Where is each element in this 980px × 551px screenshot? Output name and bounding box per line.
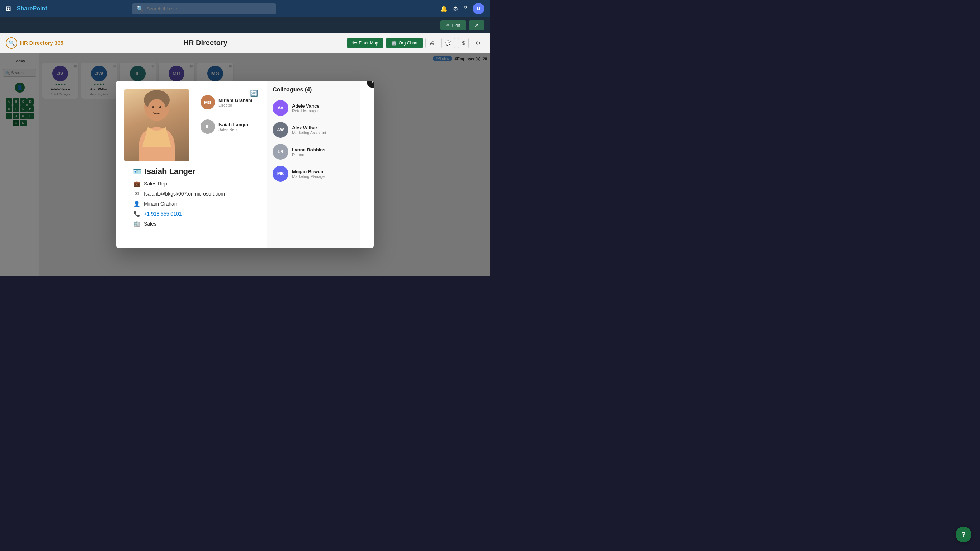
org-connector	[208, 112, 258, 116]
app-name: HR Directory 365	[20, 40, 64, 46]
briefcase-icon: 💼	[133, 180, 140, 187]
page-title: HR Directory	[69, 39, 342, 47]
modal-left-section: MG Miriam Graham Director IL Isaia	[116, 81, 267, 248]
self-info: Isaiah Langer Sales Rep	[218, 122, 248, 132]
print-button[interactable]: 🖨	[425, 38, 438, 48]
colleague-alex-wilber[interactable]: AW Alex Wilber Marketing Assistant	[273, 119, 354, 141]
email-icon: ✉	[133, 191, 140, 197]
self-role: Sales Rep	[218, 127, 248, 132]
colleague-info: Megan Bowen Marketing Manager	[292, 169, 326, 178]
employee-title: Sales Rep	[144, 181, 167, 186]
svg-point-2	[148, 99, 166, 119]
refresh-button[interactable]: 🔄	[250, 89, 258, 97]
employee-email: IsaiahL@bkgsk007.onmicrosoft.com	[144, 191, 225, 197]
edit-button[interactable]: ✏ Edit	[441, 21, 466, 30]
colleague-avatar: MB	[273, 166, 288, 182]
colleague-megan-bowen[interactable]: MB Megan Bowen Marketing Manager	[273, 163, 354, 185]
org-chart-button[interactable]: 🏢 Org Chart	[387, 38, 423, 48]
modal-body: MG Miriam Graham Director IL Isaia	[116, 81, 374, 248]
email-row: ✉ IsaiahL@bkgsk007.onmicrosoft.com	[133, 191, 249, 197]
org-manager[interactable]: MG Miriam Graham Director	[200, 95, 258, 110]
id-card-icon: 🪪	[133, 167, 141, 175]
colleague-role: Marketing Manager	[292, 174, 326, 178]
help-icon[interactable]: ?	[464, 5, 467, 12]
edit-icon: ✏	[446, 22, 450, 28]
colleague-lynne-robbins[interactable]: LR Lynne Robbins Planner	[273, 141, 354, 163]
manager-role: Director	[218, 103, 253, 107]
phone-icon: 📞	[133, 210, 140, 217]
employee-name: Isaiah Langer	[145, 167, 196, 176]
user-avatar[interactable]: U	[473, 3, 484, 14]
colleague-info: Adele Vance Retail Manager	[292, 104, 320, 113]
top-icons: 🔔 ⚙ ? U	[440, 3, 484, 14]
modal-details: 🪪 Isaiah Langer 💼 Sales Rep ✉ IsaiahL@bk…	[124, 161, 258, 239]
colleague-role: Retail Manager	[292, 109, 320, 113]
person-silhouette	[132, 89, 182, 161]
title-row: 💼 Sales Rep	[133, 180, 249, 187]
manager-avatar: MG	[200, 95, 215, 110]
manager-row: 👤 Miriam Graham	[133, 201, 249, 207]
floor-map-icon: 🗺	[352, 41, 356, 46]
hr-logo: 🔍 HR Directory 365	[6, 37, 64, 49]
colleague-adele-vance[interactable]: AV Adele Vance Retail Manager	[273, 97, 354, 119]
colleague-name: Megan Bowen	[292, 169, 326, 174]
gear-button[interactable]: ⚙	[472, 38, 484, 48]
colleague-role: Marketing Assistant	[292, 131, 326, 135]
colleague-avatar: AV	[273, 100, 288, 116]
colleagues-panel: Colleagues (4) AV Adele Vance Retail Man…	[267, 81, 360, 248]
employee-name-heading: 🪪 Isaiah Langer	[133, 167, 249, 176]
waffle-icon[interactable]: ⊞	[6, 5, 11, 13]
department-row: 🏢 Sales	[133, 221, 249, 227]
colleague-info: Alex Wilber Marketing Assistant	[292, 125, 326, 135]
org-chart-section: MG Miriam Graham Director IL Isaia	[195, 89, 258, 161]
employee-phone[interactable]: +1 918 555 0101	[144, 211, 182, 217]
colleague-avatar: AW	[273, 122, 288, 138]
person-icon: 👤	[133, 201, 140, 207]
department-icon: 🏢	[133, 221, 140, 227]
search-icon: 🔍	[137, 5, 144, 12]
colleague-avatar: LR	[273, 144, 288, 160]
manager-name: Miriam Graham	[218, 97, 253, 103]
svg-point-4	[159, 106, 161, 108]
global-search-bar[interactable]: 🔍	[132, 3, 276, 14]
employee-manager: Miriam Graham	[144, 201, 178, 207]
share-button[interactable]: ↗	[469, 21, 484, 30]
colleague-name: Lynne Robbins	[292, 147, 325, 153]
dollar-button[interactable]: $	[458, 38, 469, 48]
hr-logo-icon: 🔍	[6, 37, 17, 49]
colleague-name: Adele Vance	[292, 104, 320, 109]
org-chart-icon: 🏢	[391, 41, 397, 46]
phone-row: 📞 +1 918 555 0101	[133, 210, 249, 217]
employee-detail-modal: ×	[116, 81, 374, 248]
sharepoint-logo: SharePoint	[17, 5, 47, 12]
modal-overlay[interactable]: ×	[0, 53, 490, 276]
colleague-name: Alex Wilber	[292, 125, 326, 131]
employee-department: Sales	[144, 221, 156, 227]
self-avatar: IL	[200, 119, 215, 134]
settings-icon[interactable]: ⚙	[453, 5, 458, 12]
notifications-icon[interactable]: 🔔	[440, 5, 447, 12]
colleague-info: Lynne Robbins Planner	[292, 147, 325, 157]
org-self[interactable]: IL Isaiah Langer Sales Rep	[200, 119, 258, 134]
hr-directory-bar: 🔍 HR Directory 365 HR Directory 🗺 Floor …	[0, 33, 490, 53]
main-content: Today 🔍 👤 A B C D E F G H I J K L M N #P…	[0, 53, 490, 276]
self-name: Isaiah Langer	[218, 122, 248, 127]
employee-photo	[124, 89, 189, 161]
colleagues-title: Colleagues (4)	[273, 86, 354, 93]
secondary-toolbar: ✏ Edit ↗	[0, 17, 490, 33]
floor-map-button[interactable]: 🗺 Floor Map	[347, 38, 383, 48]
sharepoint-topbar: ⊞ SharePoint 🔍 🔔 ⚙ ? U	[0, 0, 490, 17]
share-icon: ↗	[474, 22, 479, 28]
colleague-role: Planner	[292, 153, 325, 157]
hr-actions: 🗺 Floor Map 🏢 Org Chart 🖨 💬 $ ⚙	[347, 38, 484, 48]
svg-point-3	[152, 106, 154, 108]
chat-button[interactable]: 💬	[441, 38, 455, 48]
manager-info: Miriam Graham Director	[218, 97, 253, 107]
global-search-input[interactable]	[147, 6, 272, 11]
